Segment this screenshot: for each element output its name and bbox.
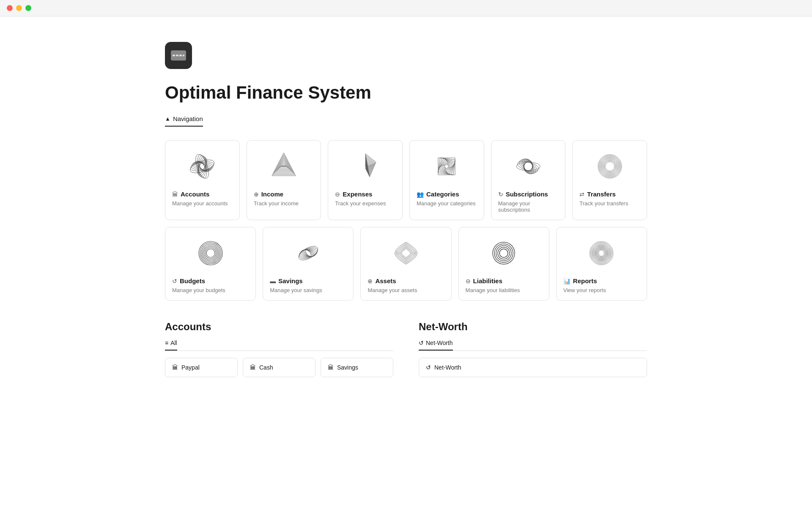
accounts-tab-all[interactable]: ≡ All	[165, 340, 177, 351]
liabilities-title-row: ⊖ Liabilities	[466, 277, 542, 284]
savings-title: Savings	[278, 277, 303, 284]
svg-rect-2	[176, 55, 178, 56]
income-visual	[254, 147, 314, 185]
svg-marker-21	[273, 155, 294, 174]
reports-title: Reports	[573, 277, 597, 284]
expenses-visual	[335, 147, 395, 185]
networth-item-icon: ↺	[426, 364, 431, 371]
nav-section: ▲ Navigation	[165, 115, 647, 127]
accounts-section-title: Accounts	[165, 321, 393, 333]
savings-icon: ▬	[270, 278, 276, 284]
networth-section-title: Net-Worth	[419, 321, 647, 333]
savings-desc: Manage your savings	[270, 287, 346, 293]
budgets-title: Budgets	[180, 277, 205, 284]
transfers-card[interactable]: ⇄ Transfers Track your transfers	[572, 140, 647, 220]
categories-icon: 👥	[417, 191, 424, 198]
networth-tab[interactable]: ↺ Net-Worth	[419, 340, 453, 351]
svg-rect-37	[444, 164, 449, 169]
maximize-button[interactable]	[25, 5, 31, 11]
svg-point-15	[196, 154, 208, 179]
networth-item-card[interactable]: ↺ Net-Worth	[419, 358, 647, 377]
income-title-row: ⊕ Income	[254, 190, 314, 198]
transfers-desc: Track your transfers	[579, 200, 640, 207]
minimize-button[interactable]	[16, 5, 22, 11]
income-desc: Track your income	[254, 200, 314, 207]
income-icon: ⊕	[254, 191, 259, 198]
svg-point-40	[517, 157, 539, 175]
paypal-card[interactable]: 🏛 Paypal	[165, 358, 238, 377]
categories-card[interactable]: 👥 Categories Manage your categories	[409, 140, 484, 220]
budgets-title-row: ↺ Budgets	[172, 277, 249, 284]
accounts-visual	[172, 147, 233, 185]
reports-desc: View your reports	[563, 287, 640, 293]
bottom-grid: Accounts ≡ All 🏛 Paypal 🏛 Cash 🏛	[165, 321, 647, 381]
nav-icon: ▲	[165, 116, 170, 122]
svg-point-84	[590, 241, 613, 265]
titlebar	[0, 0, 812, 17]
close-button[interactable]	[7, 5, 13, 11]
subscriptions-visual	[498, 147, 559, 185]
expenses-title-row: ⊖ Expenses	[335, 190, 395, 198]
budgets-icon: ↺	[172, 278, 177, 284]
main-content: Optimal Finance System ▲ Navigation	[131, 17, 681, 415]
svg-point-87	[592, 243, 612, 263]
savings-account-icon: 🏛	[328, 364, 334, 371]
liabilities-icon: ⊖	[466, 278, 471, 284]
liabilities-visual	[466, 234, 542, 272]
svg-rect-3	[179, 55, 182, 56]
svg-point-7	[191, 163, 213, 170]
subscriptions-title-row: ↻ Subscriptions	[498, 190, 559, 198]
paypal-icon: 🏛	[172, 364, 178, 371]
budgets-desc: Manage your budgets	[172, 287, 249, 293]
expenses-card[interactable]: ⊖ Expenses Track your expenses	[328, 140, 403, 220]
income-card[interactable]: ⊕ Income Track your income	[247, 140, 321, 220]
accounts-card[interactable]: 🏛 Accounts Manage your accounts	[165, 140, 240, 220]
transfers-title: Transfers	[587, 190, 616, 198]
assets-visual	[368, 234, 444, 272]
categories-desc: Manage your categories	[417, 200, 477, 207]
savings-account-card[interactable]: 🏛 Savings	[321, 358, 393, 377]
svg-rect-4	[183, 55, 184, 56]
networth-tab-icon: ↺	[419, 340, 424, 346]
reports-card[interactable]: 📊 Reports View your reports	[556, 227, 647, 301]
reports-visual	[563, 234, 640, 272]
assets-card[interactable]: ⊕ Assets Manage your assets	[360, 227, 451, 301]
cash-card[interactable]: 🏛 Cash	[243, 358, 315, 377]
subscriptions-title: Subscriptions	[506, 190, 548, 198]
tab-icon: ≡	[165, 340, 168, 346]
networth-tab-bar: ↺ Net-Worth	[419, 340, 647, 351]
budgets-visual	[172, 234, 249, 272]
svg-point-95	[597, 248, 606, 258]
account-cards-row: 🏛 Paypal 🏛 Cash 🏛 Savings	[165, 358, 393, 377]
transfers-visual	[579, 147, 640, 185]
svg-point-83	[499, 249, 508, 257]
svg-rect-35	[442, 162, 452, 171]
nav-label: ▲ Navigation	[165, 115, 203, 127]
svg-point-69	[207, 250, 214, 257]
networth-section: Net-Worth ↺ Net-Worth ↺ Net-Worth	[419, 321, 647, 381]
accounts-title: Accounts	[181, 190, 209, 198]
assets-icon: ⊕	[368, 278, 373, 284]
savings-title-row: ▬ Savings	[270, 277, 346, 284]
svg-point-71	[297, 246, 319, 261]
expenses-title: Expenses	[343, 190, 372, 198]
assets-title: Assets	[375, 277, 396, 284]
accounts-desc: Manage your accounts	[172, 200, 233, 207]
savings-visual	[270, 234, 346, 272]
cash-icon: 🏛	[250, 364, 256, 371]
reports-icon: 📊	[563, 278, 571, 284]
subscriptions-card[interactable]: ↻ Subscriptions Manage your subscription…	[491, 140, 566, 220]
income-title: Income	[261, 190, 284, 198]
categories-title: Categories	[426, 190, 459, 198]
svg-point-72	[299, 248, 318, 259]
cards-grid-row1: 🏛 Accounts Manage your accounts	[165, 140, 647, 220]
categories-title-row: 👥 Categories	[417, 190, 477, 198]
assets-title-row: ⊕ Assets	[368, 277, 444, 284]
savings-card[interactable]: ▬ Savings Manage your savings	[263, 227, 354, 301]
budgets-card[interactable]: ↺ Budgets Manage your budgets	[165, 227, 256, 301]
app-icon	[165, 42, 192, 69]
liabilities-desc: Manage your liabilities	[466, 287, 542, 293]
liabilities-card[interactable]: ⊖ Liabilities Manage your liabilities	[458, 227, 549, 301]
svg-rect-33	[440, 159, 454, 173]
svg-point-98	[598, 250, 604, 256]
